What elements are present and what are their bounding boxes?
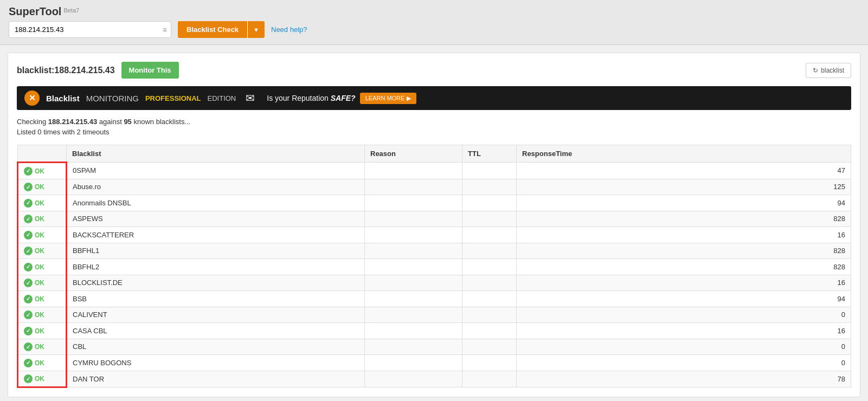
col-header-responsetime: ResponseTime bbox=[517, 145, 851, 163]
app-title: SuperTool bbox=[9, 5, 61, 17]
table-row: ✓OKCALIVENT0 bbox=[18, 307, 851, 323]
search-input[interactable] bbox=[9, 21, 171, 38]
reason-cell bbox=[365, 275, 462, 291]
page-title: blacklist:188.214.215.43 bbox=[17, 66, 115, 75]
col-header-status bbox=[18, 145, 67, 163]
ok-label: OK bbox=[35, 279, 44, 287]
learn-more-button[interactable]: LEARN MORE ▶ bbox=[360, 93, 417, 104]
listed-count: 0 bbox=[37, 128, 41, 136]
ttl-cell bbox=[462, 211, 517, 227]
ttl-cell bbox=[462, 371, 517, 387]
ok-icon: ✓ bbox=[24, 279, 33, 287]
blacklist-cell: CBL bbox=[67, 339, 365, 355]
header-controls: ≡ Blacklist Check ▼ Need help? bbox=[9, 21, 859, 38]
ttl-cell bbox=[462, 195, 517, 211]
refresh-blacklist-label: blacklist bbox=[821, 67, 844, 74]
table-row: ✓OKBLOCKLIST.DE16 bbox=[18, 275, 851, 291]
banner-is-your-reputation: Is your Reputation bbox=[267, 94, 329, 102]
reason-cell bbox=[365, 339, 462, 355]
ok-icon: ✓ bbox=[24, 311, 33, 319]
table-row: ✓OKCASA CBL16 bbox=[18, 323, 851, 339]
app-beta: Beta7 bbox=[63, 7, 79, 14]
timeouts-count: 2 bbox=[77, 128, 81, 136]
status-cell: ✓OK bbox=[18, 275, 67, 291]
need-help-link[interactable]: Need help? bbox=[271, 25, 307, 34]
status-cell: ✓OK bbox=[18, 371, 67, 387]
ok-label: OK bbox=[35, 167, 44, 175]
page-header-left: blacklist:188.214.215.43 Monitor This bbox=[17, 62, 179, 79]
header: SuperToolBeta7 ≡ Blacklist Check ▼ Need … bbox=[0, 0, 868, 45]
ok-icon: ✓ bbox=[24, 167, 33, 176]
responsetime-cell: 828 bbox=[517, 259, 851, 275]
refresh-blacklist-button[interactable]: ↻ blacklist bbox=[806, 63, 851, 78]
ok-badge: ✓OK bbox=[24, 342, 44, 351]
ttl-cell bbox=[462, 227, 517, 243]
ok-icon: ✓ bbox=[24, 199, 33, 208]
status-checking-text: Checking 188.214.215.43 against 95 known… bbox=[17, 118, 851, 126]
blacklist-cell: 0SPAM bbox=[67, 163, 365, 179]
ok-label: OK bbox=[35, 199, 44, 207]
ok-badge: ✓OK bbox=[24, 327, 44, 335]
status-count: 95 bbox=[124, 118, 131, 126]
ttl-cell bbox=[462, 259, 517, 275]
reason-cell bbox=[365, 355, 462, 371]
blacklist-cell: Anonmails DNSBL bbox=[67, 195, 365, 211]
status-cell: ✓OK bbox=[18, 195, 67, 211]
table-row: ✓OKCYMRU BOGONS0 bbox=[18, 355, 851, 371]
reason-cell bbox=[365, 243, 462, 259]
table-body: ✓OK0SPAM47✓OKAbuse.ro125✓OKAnonmails DNS… bbox=[18, 163, 851, 387]
table-row: ✓OKBSB94 bbox=[18, 291, 851, 307]
ok-label: OK bbox=[35, 183, 44, 191]
blacklist-check-group: Blacklist Check ▼ bbox=[178, 21, 265, 38]
responsetime-cell: 125 bbox=[517, 179, 851, 195]
responsetime-cell: 0 bbox=[517, 307, 851, 323]
ok-icon: ✓ bbox=[24, 183, 33, 191]
ok-badge: ✓OK bbox=[24, 215, 44, 223]
ok-label: OK bbox=[35, 295, 44, 303]
table-row: ✓OKAbuse.ro125 bbox=[18, 179, 851, 195]
monitor-this-button[interactable]: Monitor This bbox=[121, 62, 179, 79]
page-header-row: blacklist:188.214.215.43 Monitor This ↻ … bbox=[17, 62, 851, 79]
reason-cell bbox=[365, 371, 462, 387]
banner-monitoring-label: MONITORING bbox=[86, 94, 139, 103]
status-cell: ✓OK bbox=[18, 323, 67, 339]
ok-badge: ✓OK bbox=[24, 279, 44, 287]
blacklist-cell: CALIVENT bbox=[67, 307, 365, 323]
ok-label: OK bbox=[35, 375, 44, 383]
status-cell: ✓OK bbox=[18, 227, 67, 243]
status-cell: ✓OK bbox=[18, 243, 67, 259]
banner-safe-word: SAFE? bbox=[331, 94, 356, 102]
search-icon[interactable]: ≡ bbox=[163, 25, 167, 34]
blacklist-cell: DAN TOR bbox=[67, 371, 365, 387]
main-content: blacklist:188.214.215.43 Monitor This ↻ … bbox=[8, 53, 860, 397]
blacklist-cell: Abuse.ro bbox=[67, 179, 365, 195]
responsetime-cell: 0 bbox=[517, 339, 851, 355]
banner-right: Is your Reputation SAFE? LEARN MORE ▶ bbox=[267, 93, 416, 104]
table-header: Blacklist Reason TTL ResponseTime bbox=[18, 145, 851, 163]
blacklist-cell: BSB bbox=[67, 291, 365, 307]
responsetime-cell: 47 bbox=[517, 163, 851, 179]
learn-more-arrow: ▶ bbox=[407, 95, 411, 102]
status-cell: ✓OK bbox=[18, 307, 67, 323]
ok-badge: ✓OK bbox=[24, 247, 44, 255]
results-table: Blacklist Reason TTL ResponseTime ✓OK0SP… bbox=[17, 145, 851, 388]
reason-cell bbox=[365, 291, 462, 307]
ok-label: OK bbox=[35, 231, 44, 239]
ok-icon: ✓ bbox=[24, 247, 33, 255]
ttl-cell bbox=[462, 307, 517, 323]
app-title-row: SuperToolBeta7 bbox=[9, 5, 859, 18]
blacklist-monitoring-banner: ✕ Blacklist MONITORING PROFESSIONAL EDIT… bbox=[17, 86, 851, 110]
blacklist-cell: CASA CBL bbox=[67, 323, 365, 339]
status-cell: ✓OK bbox=[18, 339, 67, 355]
responsetime-cell: 0 bbox=[517, 355, 851, 371]
responsetime-cell: 16 bbox=[517, 323, 851, 339]
blacklist-check-button[interactable]: Blacklist Check bbox=[178, 21, 247, 38]
ok-badge: ✓OK bbox=[24, 167, 44, 176]
ok-icon: ✓ bbox=[24, 342, 33, 351]
ttl-cell bbox=[462, 275, 517, 291]
ok-label: OK bbox=[35, 311, 44, 319]
reason-cell bbox=[365, 259, 462, 275]
ok-badge: ✓OK bbox=[24, 374, 44, 383]
blacklist-check-dropdown[interactable]: ▼ bbox=[247, 21, 265, 38]
ttl-cell bbox=[462, 355, 517, 371]
